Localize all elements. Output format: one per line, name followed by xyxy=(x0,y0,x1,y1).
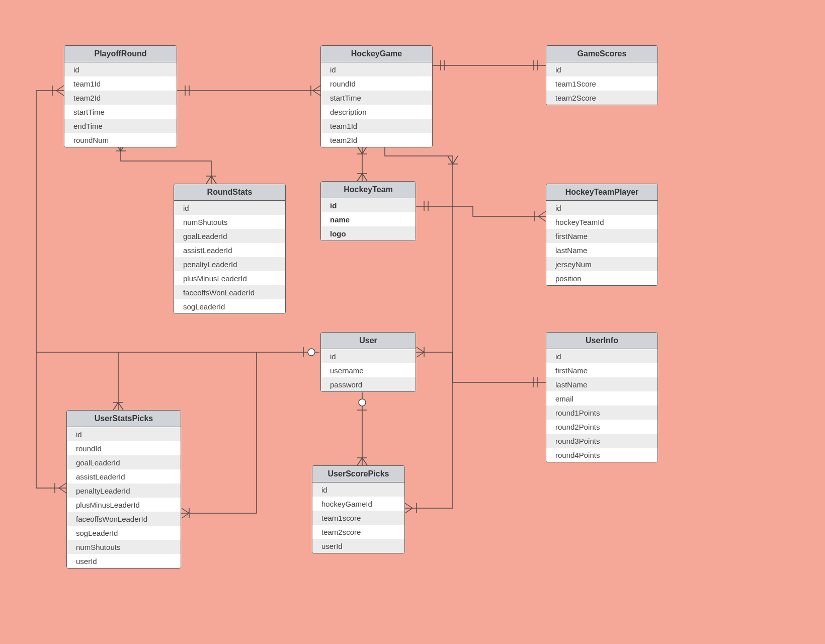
entity-field: email xyxy=(546,391,657,406)
entity-field: team2Id xyxy=(321,133,432,147)
svg-line-57 xyxy=(113,403,118,410)
entity-field: password xyxy=(321,377,416,391)
svg-line-22 xyxy=(357,174,362,181)
entity-field: roundId xyxy=(321,76,432,91)
entity-field: id xyxy=(64,62,177,76)
svg-line-48 xyxy=(59,488,66,493)
entity-field: team1Score xyxy=(546,76,657,91)
entity-field: hockeyTeamId xyxy=(546,215,657,229)
entity-field: id xyxy=(312,482,404,497)
entity-field: assistLeaderId xyxy=(174,243,285,257)
entity-field: hockeyGameId xyxy=(312,497,404,511)
svg-line-45 xyxy=(56,91,64,96)
svg-line-4 xyxy=(313,91,320,96)
entity-field: description xyxy=(321,105,432,119)
svg-line-60 xyxy=(182,508,189,513)
entity-field: goalLeaderId xyxy=(174,229,285,243)
svg-line-44 xyxy=(56,86,64,91)
entity-field: sogLeaderId xyxy=(67,526,181,540)
entity-field: id xyxy=(546,349,657,363)
svg-line-16 xyxy=(211,176,216,184)
entity-field: id xyxy=(321,349,416,363)
entity-title: UserStatsPicks xyxy=(67,411,181,427)
entity-field: id xyxy=(174,201,285,215)
entity-field: name xyxy=(321,212,416,226)
entity-field: id xyxy=(546,62,657,76)
entity-field: lastName xyxy=(546,243,657,257)
entity-title: UserScorePicks xyxy=(312,466,404,482)
entity-field: penaltyLeaderId xyxy=(67,484,181,498)
entity-field: plusMinusLeaderId xyxy=(174,271,285,285)
svg-line-33 xyxy=(417,347,424,352)
entity-field: startTime xyxy=(64,105,177,119)
svg-line-58 xyxy=(118,403,123,410)
entity-title: GameScores xyxy=(546,46,657,62)
entity-field: lastName xyxy=(546,377,657,391)
svg-line-54 xyxy=(357,458,362,465)
entity-field: jerseyNum xyxy=(546,257,657,271)
entity-field: numShutouts xyxy=(67,540,181,554)
entity-field: firstName xyxy=(546,229,657,243)
svg-line-55 xyxy=(362,458,367,465)
entity-field: team1Id xyxy=(64,76,177,91)
svg-line-34 xyxy=(417,352,424,357)
entity-title: PlayoffRound xyxy=(64,46,177,62)
entity-field: position xyxy=(546,271,657,285)
svg-line-27 xyxy=(538,216,546,221)
entity-field: startTime xyxy=(321,91,432,105)
entity-round-stats: RoundStats id numShutouts goalLeaderId a… xyxy=(174,184,286,314)
entity-field: username xyxy=(321,363,416,377)
entity-field: id xyxy=(321,198,416,212)
entity-field: userId xyxy=(312,539,404,553)
entity-field: goalLeaderId xyxy=(67,455,181,469)
svg-point-42 xyxy=(308,349,315,356)
entity-hockey-team: HockeyTeam id name logo xyxy=(320,181,416,241)
entity-field: round2Points xyxy=(546,420,657,434)
entity-user-stats-picks: UserStatsPicks id roundId goalLeaderId a… xyxy=(66,410,181,569)
entity-field: firstName xyxy=(546,363,657,377)
svg-line-31 xyxy=(453,156,458,164)
entity-field: round3Points xyxy=(546,434,657,448)
entity-field: team2score xyxy=(312,525,404,539)
entity-playoff-round: PlayoffRound id team1Id team2Id startTim… xyxy=(64,45,177,147)
svg-line-47 xyxy=(59,483,66,488)
entity-field: round4Points xyxy=(546,448,657,462)
entity-user-score-picks: UserScorePicks id hockeyGameId team1scor… xyxy=(312,465,405,553)
entity-field: sogLeaderId xyxy=(174,299,285,313)
entity-field: plusMinusLeaderId xyxy=(67,498,181,512)
svg-line-15 xyxy=(206,176,211,184)
entity-field: round1Points xyxy=(546,406,657,420)
entity-title: HockeyTeamPlayer xyxy=(546,184,657,201)
entity-user-info: UserInfo id firstName lastName email rou… xyxy=(546,332,658,462)
entity-field: logo xyxy=(321,226,416,240)
entity-field: team2Id xyxy=(64,91,177,105)
svg-line-23 xyxy=(362,174,367,181)
entity-title: HockeyTeam xyxy=(321,182,416,198)
svg-line-61 xyxy=(182,513,189,518)
entity-field: userId xyxy=(67,554,181,568)
entity-hockey-team-player: HockeyTeamPlayer id hockeyTeamId firstNa… xyxy=(546,184,658,286)
entity-field: id xyxy=(546,201,657,215)
entity-field: team1Id xyxy=(321,119,432,133)
svg-line-39 xyxy=(405,508,412,513)
svg-line-26 xyxy=(538,211,546,216)
entity-field: numShutouts xyxy=(174,215,285,229)
entity-game-scores: GameScores id team1Score team2Score xyxy=(546,45,658,105)
entity-field: team2Score xyxy=(546,91,657,105)
entity-user: User id username password xyxy=(320,332,416,392)
svg-line-30 xyxy=(448,156,453,164)
entity-field: roundId xyxy=(67,441,181,455)
entity-title: UserInfo xyxy=(546,333,657,349)
entity-title: RoundStats xyxy=(174,184,285,201)
svg-line-3 xyxy=(313,86,320,91)
entity-title: User xyxy=(321,333,416,349)
svg-point-51 xyxy=(359,399,366,406)
entity-field: faceoffsWonLeaderId xyxy=(174,285,285,299)
entity-field: id xyxy=(67,427,181,441)
svg-line-38 xyxy=(405,503,412,508)
entity-hockey-game: HockeyGame id roundId startTime descript… xyxy=(320,45,433,147)
entity-field: roundNum xyxy=(64,133,177,147)
entity-title: HockeyGame xyxy=(321,46,432,62)
entity-field: id xyxy=(321,62,432,76)
entity-field: penaltyLeaderId xyxy=(174,257,285,271)
